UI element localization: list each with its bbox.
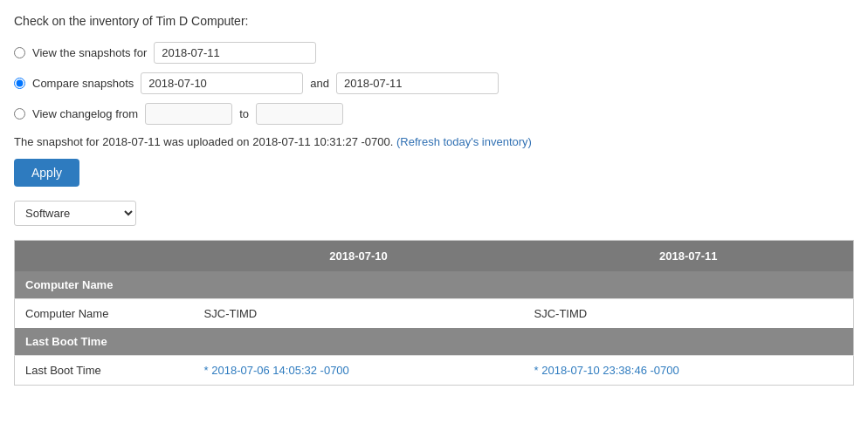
apply-button[interactable]: Apply [14,159,79,187]
section-header-row: Last Boot Time [15,328,854,356]
view-snapshots-row: View the snapshots for [14,42,854,64]
options-section: View the snapshots for Compare snapshots… [14,42,854,125]
row-value1: * 2018-07-06 14:05:32 -0700 [194,356,524,386]
category-select[interactable]: Software Hardware Network Services [14,201,136,226]
view-changelog-row: View changelog from to [14,103,854,125]
refresh-inventory-link[interactable]: (Refresh today's inventory) [396,135,532,148]
snapshot-info-text: The snapshot for 2018-07-11 was uploaded… [14,135,393,148]
col-header-date1: 2018-07-10 [194,241,524,272]
row-label: Last Boot Time [15,356,194,386]
section-header-row: Computer Name [15,271,854,299]
compare-snapshots-label: Compare snapshots [32,77,134,90]
changelog-to-input[interactable] [256,103,343,125]
compare-date1-input[interactable] [141,72,303,94]
view-snapshots-label: View the snapshots for [32,46,147,59]
snapshot-info: The snapshot for 2018-07-11 was uploaded… [14,135,854,148]
col-header-blank [15,241,194,272]
comparison-table: 2018-07-10 2018-07-11 Computer NameCompu… [14,240,854,386]
and-text: and [310,77,329,90]
changelog-from-input[interactable] [145,103,232,125]
row-value2: * 2018-07-10 23:38:46 -0700 [524,356,854,386]
section-header-cell: Computer Name [15,271,854,299]
view-snapshot-date-input[interactable] [154,42,316,64]
to-text: to [239,107,249,120]
section-header-cell: Last Boot Time [15,328,854,356]
view-snapshots-radio[interactable] [14,47,25,58]
compare-date2-input[interactable] [336,72,499,94]
category-dropdown-container: Software Hardware Network Services [14,201,854,226]
row-value1: SJC-TIMD [194,299,524,329]
table-row: Last Boot Time* 2018-07-06 14:05:32 -070… [15,356,854,386]
row-value2: SJC-TIMD [524,299,854,329]
page-title: Check on the inventory of Tim D Computer… [14,14,854,28]
row-label: Computer Name [15,299,194,329]
view-changelog-label: View changelog from [32,107,138,120]
compare-snapshots-row: Compare snapshots and [14,72,854,94]
table-header-row: 2018-07-10 2018-07-11 [15,241,854,272]
view-changelog-radio[interactable] [14,108,25,120]
col-header-date2: 2018-07-11 [524,241,854,272]
compare-snapshots-radio[interactable] [14,78,25,89]
table-row: Computer NameSJC-TIMDSJC-TIMD [15,299,854,329]
